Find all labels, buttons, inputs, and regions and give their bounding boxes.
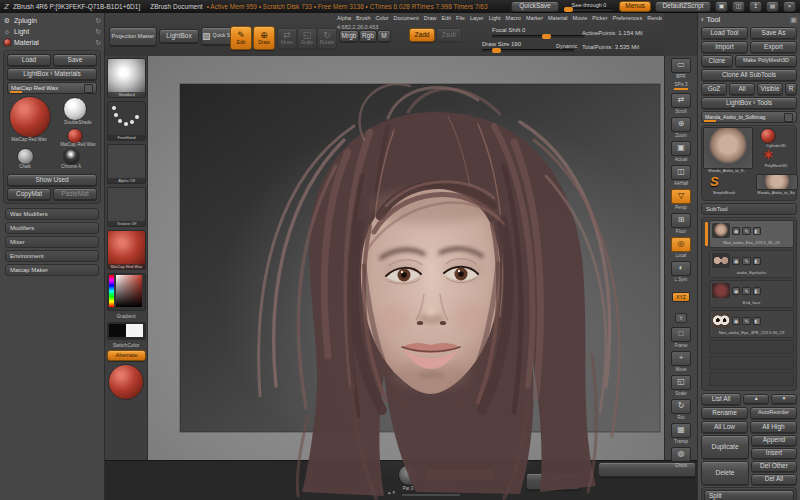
all-low-button[interactable]: All Low (701, 421, 748, 433)
collapse-icon[interactable]: ‹ (701, 15, 704, 24)
rotate-mode-button[interactable]: ↻ Rotate (317, 28, 337, 49)
pastemat-button[interactable]: PasteMat (53, 188, 97, 200)
window-split-icon[interactable]: ◫ (732, 1, 745, 12)
material-refresh-icon[interactable]: ↻ (95, 39, 101, 47)
delete-button[interactable]: Delete (701, 461, 749, 485)
save-as-button[interactable]: Save As (750, 27, 797, 39)
right-shelf-button[interactable]: Y (668, 306, 694, 324)
material-section-header[interactable]: Mixer (5, 236, 99, 248)
subtool-section-header[interactable]: SubTool (701, 203, 797, 215)
material-section-header[interactable]: Environment (5, 250, 99, 262)
rgb-toggle[interactable]: Rgb (359, 30, 377, 42)
zplugin-refresh-icon[interactable]: ↻ (95, 17, 101, 25)
right-shelf-button[interactable]: ⇄ Scroll (668, 93, 694, 114)
tool-palette-header[interactable]: ‹ Tool ▣ (701, 14, 797, 25)
lightbox-tools-button[interactable]: LightBox › Tools (701, 97, 797, 109)
menus-toggle[interactable]: Menus (619, 1, 651, 12)
subtool-up-icon[interactable]: ▲ (743, 394, 769, 404)
right-shelf-button[interactable]: ▽ Persp (668, 189, 694, 210)
material-swatch-redwax[interactable] (9, 96, 51, 138)
goz-visible-button[interactable]: Visible (757, 83, 783, 95)
subtool-item[interactable]: ◉ ✎ ◧ Nov_atako_Eye_3PE_223.5.36_23 (709, 310, 794, 338)
goz-r-button[interactable]: R (785, 83, 797, 95)
import-button[interactable]: Import (701, 41, 748, 53)
material-load-button[interactable]: Load (7, 54, 51, 66)
goz-all-button[interactable]: All (729, 83, 755, 95)
gradient-toggle[interactable]: Gradient (107, 314, 145, 320)
current-material-sphere[interactable] (108, 364, 144, 400)
pattern-knob[interactable] (398, 464, 420, 486)
move-mode-button[interactable]: ⇄ Move (277, 28, 297, 49)
document-icon[interactable]: ▤ (766, 1, 779, 12)
menu-item[interactable]: Movie (572, 14, 589, 24)
polypaint-brush-icon[interactable]: ✎ (742, 227, 750, 235)
right-shelf-button[interactable]: ↻ Rot (668, 399, 694, 420)
lightbox-materials-button[interactable]: LightBox › Materials (7, 68, 97, 80)
material-swatch-chrome[interactable] (63, 148, 80, 165)
simplebrush-thumbnail[interactable]: S (710, 174, 719, 189)
right-shelf-button[interactable]: ◐ L.Sym (668, 261, 694, 282)
light-palette-header[interactable]: ☼ Light ↻ (3, 26, 101, 37)
list-all-button[interactable]: List All (701, 393, 741, 405)
quicksave-button[interactable]: QuickSave (511, 1, 559, 12)
switch-color-swatches[interactable] (107, 322, 146, 340)
visibility-eye-icon[interactable]: ◉ (732, 317, 740, 325)
recent-tool-thumbnail[interactable] (756, 174, 798, 190)
brush-thumbnail[interactable]: Standard (107, 58, 146, 98)
all-high-button[interactable]: All High (750, 421, 797, 433)
shader-icon[interactable]: ◧ (753, 317, 762, 325)
menu-item[interactable]: Light (488, 14, 502, 24)
del-all-button[interactable]: Del All (751, 474, 797, 485)
right-shelf-button[interactable]: ◎ Local (668, 237, 694, 258)
make-polymesh-button[interactable]: Make PolyMesh3D (735, 55, 797, 67)
material-section-header[interactable]: Matcap Maker (5, 264, 99, 276)
right-shelf-button[interactable]: ▭ BPR (668, 58, 694, 79)
menu-item[interactable]: Color (374, 14, 389, 24)
shader-icon[interactable]: ◧ (753, 227, 762, 235)
subtool-item[interactable]: ◉ ✎ ◧ (709, 356, 794, 370)
zsub-toggle[interactable]: Zsub (436, 28, 462, 42)
current-tool-name[interactable]: Manda_Atoko_to_Softimag (701, 111, 797, 123)
clone-all-subtools-button[interactable]: Clone All SubTools (701, 69, 797, 81)
current-material-name[interactable]: MatCap Red Wax (7, 82, 97, 94)
saturation-square[interactable] (116, 275, 142, 307)
append-button[interactable]: Append (751, 435, 797, 446)
goz-button[interactable]: GoZ (701, 83, 727, 95)
m-toggle[interactable]: M (377, 30, 391, 42)
right-shelf-button[interactable]: ◍ Ghost (668, 447, 694, 468)
default-zscript-button[interactable]: DefaultZScript (655, 1, 711, 12)
draw-mode-button[interactable]: ⊕ Draw (253, 26, 275, 50)
load-tool-button[interactable]: Load Tool (701, 27, 748, 39)
duplicate-button[interactable]: Duplicate (701, 435, 749, 459)
menu-item[interactable]: File (455, 14, 466, 24)
reference-button[interactable]: Reference (426, 469, 494, 481)
right-shelf-button[interactable]: ◱ Scale (668, 375, 694, 396)
right-shelf-button[interactable]: ▣ Actual (668, 141, 694, 162)
undo-button[interactable]: Undo (526, 473, 580, 490)
export-up-icon[interactable]: ↥ (749, 1, 762, 12)
subtool-item[interactable]: ◉ ✎ ◧ (709, 372, 794, 386)
right-shelf-button[interactable]: XYZ (668, 285, 694, 303)
main-color-swatch[interactable] (109, 324, 126, 337)
menu-item[interactable]: Material (547, 14, 569, 24)
material-section-header[interactable]: Wax Modifiers (5, 208, 99, 220)
close-icon[interactable]: × (783, 1, 796, 12)
visibility-eye-icon[interactable]: ◉ (732, 287, 740, 295)
menu-item[interactable]: Preferences (612, 14, 644, 24)
material-save-button[interactable]: Save (53, 54, 97, 66)
projection-master-button[interactable]: Projection Master (109, 27, 157, 46)
menu-item[interactable]: Marker (525, 14, 544, 24)
menu-item[interactable]: Render (646, 14, 662, 24)
visibility-eye-icon[interactable]: ◉ (732, 257, 740, 265)
right-shelf-button[interactable]: ◫ AAHalf (668, 165, 694, 186)
right-shelf-button[interactable]: ▦ Transp (668, 423, 694, 444)
alternate-button[interactable]: Alternate (107, 350, 146, 361)
clone-button[interactable]: Clone (701, 55, 733, 67)
material-mini-button[interactable] (84, 84, 93, 93)
subtool-item[interactable]: ◉ ✎ ◧ (709, 340, 794, 354)
subtool-op-button[interactable]: Split (704, 490, 794, 500)
material-palette-header[interactable]: Material ↻ (3, 37, 101, 48)
menu-item[interactable]: Edit (441, 14, 452, 24)
subtool-item[interactable]: ◉ ✎ ◧ atako_Eyelashs (709, 250, 794, 278)
material-thumbnail[interactable]: MatCap Red Wax (107, 230, 146, 270)
